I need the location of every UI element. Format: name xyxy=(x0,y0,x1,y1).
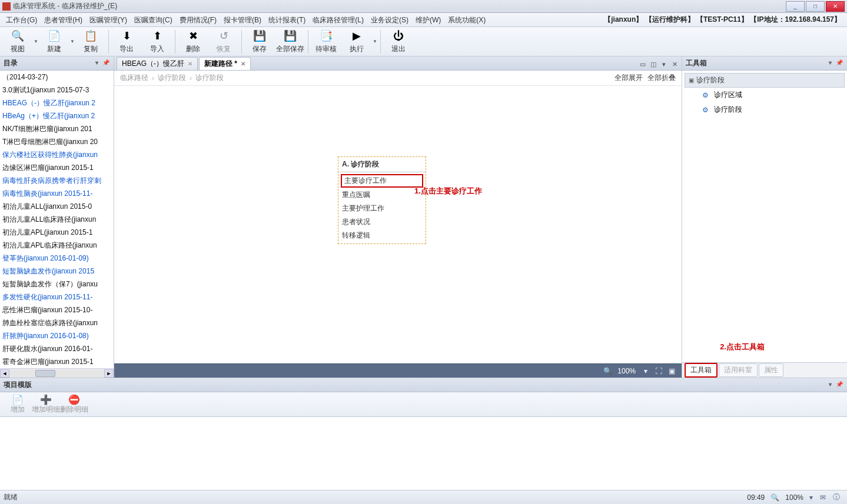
toolbar-保存-button[interactable]: 💾保存 xyxy=(245,28,274,55)
close-icon[interactable]: ✕ xyxy=(241,61,245,67)
menu-item[interactable]: 报卡管理(B) xyxy=(220,13,265,27)
tab-split-icon[interactable]: ◫ xyxy=(649,61,658,70)
directory-item[interactable]: 边缘区淋巴瘤(jianxun 2015-1 xyxy=(0,161,114,174)
toolbox-dropdown-icon[interactable]: ▾ xyxy=(826,59,834,68)
collapse-all-button[interactable]: 全部折叠 xyxy=(647,73,676,83)
toolbar-执行-button[interactable]: ▶执行 xyxy=(343,28,371,55)
toolbox-section[interactable]: 诊疗阶段 xyxy=(685,73,845,88)
tab-dropdown-icon[interactable]: ▾ xyxy=(659,61,669,70)
directory-item[interactable]: 短暂脑缺血发作(jianxun 2015 xyxy=(0,265,114,278)
menu-item[interactable]: 维护(W) xyxy=(412,13,444,27)
menu-item[interactable]: 系统功能(X) xyxy=(444,13,489,27)
toolbox-item[interactable]: ⚙诊疗阶段 xyxy=(685,102,845,117)
stage-item[interactable]: 主要诊疗工作 xyxy=(341,174,423,188)
directory-item[interactable]: 病毒性肝炎病原携带者行肝穿刺 xyxy=(0,174,114,187)
chevron-down-icon[interactable]: ▼ xyxy=(33,28,39,55)
template-删除明细-button[interactable]: ⛔删除明细 xyxy=(60,394,88,415)
toolbox-item[interactable]: ⚙诊疗区域 xyxy=(685,88,845,102)
document-tab[interactable]: HBEAG（-）慢乙肝✕ xyxy=(117,57,198,70)
toolbar-退出-button[interactable]: ⏻退出 xyxy=(384,28,413,55)
toolbar-待审核-button[interactable]: 📑待审核 xyxy=(312,28,340,55)
directory-item[interactable]: 病毒性脑炎(jianxun 2015-11- xyxy=(0,187,114,200)
toolbar-删除-button[interactable]: ✖删除 xyxy=(179,28,207,55)
directory-item[interactable]: 登革热(jianxun 2016-01-09) xyxy=(0,252,114,265)
toolbar-复制-button[interactable]: 📋复制 xyxy=(77,28,105,55)
directory-item[interactable]: 肝硬化腹水(jianxun 2016-01- xyxy=(0,342,114,355)
menu-item[interactable]: 统计报表(T) xyxy=(265,13,309,27)
fit-page-icon[interactable]: ▣ xyxy=(666,367,677,375)
crumb-1[interactable]: 诊疗阶段 xyxy=(158,73,186,83)
close-icon[interactable]: ✕ xyxy=(188,61,192,67)
directory-item[interactable]: （2014-03-27) xyxy=(0,71,114,84)
scroll-right-arrow[interactable]: ► xyxy=(104,369,114,378)
stage-item[interactable]: 转移逻辑 xyxy=(338,229,426,242)
horizontal-scrollbar[interactable]: ◄ ► xyxy=(0,368,114,378)
close-button[interactable]: ✕ xyxy=(826,1,845,12)
directory-item[interactable]: 肝脓肿(jianxun 2016-01-08) xyxy=(0,329,114,342)
menu-item[interactable]: 临床路径管理(L) xyxy=(309,13,367,27)
template-增加-button[interactable]: 📄增加 xyxy=(4,394,32,415)
toolbox-panel: 工具箱 ▾ 📌 诊疗阶段 ⚙诊疗区域⚙诊疗阶段 工具箱适用科室属性 2.点击工具… xyxy=(682,56,847,378)
stage-item[interactable]: 重点医嘱 xyxy=(338,188,426,202)
expand-all-button[interactable]: 全部展开 xyxy=(615,73,643,83)
directory-item[interactable]: 恶性淋巴瘤(jianxun 2015-10- xyxy=(0,303,114,316)
directory-item[interactable]: NK/T细胞淋巴瘤(jianxun 201 xyxy=(0,122,114,135)
toolbox-tab-工具箱[interactable]: 工具箱 xyxy=(685,363,718,378)
panel-pin-icon[interactable]: 📌 xyxy=(102,59,110,68)
menu-item[interactable]: 患者管理(H) xyxy=(41,13,86,27)
mail-icon[interactable]: ✉ xyxy=(820,493,826,502)
menu-item[interactable]: 业务设定(S) xyxy=(367,13,412,27)
toolbar-导出-button[interactable]: ⬇导出 xyxy=(112,28,141,55)
directory-item[interactable]: T淋巴母细胞淋巴瘤(jianxun 20 xyxy=(0,135,114,148)
toolbar-视图-button[interactable]: 🔍视图 xyxy=(4,28,32,55)
zoom-dropdown-icon[interactable]: ▾ xyxy=(809,493,813,502)
directory-item[interactable]: 初治儿童ALL(jianxun 2015-0 xyxy=(0,200,114,213)
退出-icon: ⏻ xyxy=(391,29,406,43)
menu-item[interactable]: 医嘱查询(C) xyxy=(131,13,176,27)
scroll-left-arrow[interactable]: ◄ xyxy=(0,369,9,378)
info-icon[interactable]: ⓘ xyxy=(833,492,840,502)
scroll-thumb[interactable] xyxy=(35,370,55,377)
chevron-down-icon[interactable]: ▼ xyxy=(372,28,378,55)
maximize-button[interactable]: □ xyxy=(806,1,825,12)
fit-width-icon[interactable]: ⛶ xyxy=(653,367,664,375)
editor-canvas[interactable]: A. 诊疗阶段 主要诊疗工作重点医嘱主要护理工作患者状况转移逻辑 1.点击主要诊… xyxy=(114,86,682,363)
directory-item[interactable]: 保六楼社区获得性肺炎(jianxun xyxy=(0,148,114,161)
directory-item[interactable]: 肺血栓栓塞症临床路径(jianxun xyxy=(0,316,114,329)
toolbox-pin-icon[interactable]: 📌 xyxy=(835,59,843,68)
menu-item[interactable]: 医嘱管理(Y) xyxy=(86,13,131,27)
directory-item[interactable]: 初治儿童APL临床路径(jianxun xyxy=(0,239,114,252)
directory-item[interactable]: 初治儿童ALL临床路径(jianxun xyxy=(0,213,114,226)
crumb-0[interactable]: 临床路径 xyxy=(120,73,148,83)
directory-list[interactable]: （2014-03-27)3.0测试1(jianxun 2015-07-3HBEA… xyxy=(0,71,114,368)
menu-item[interactable]: 费用情况(F) xyxy=(176,13,220,27)
template-增加明细-button[interactable]: ➕增加明细 xyxy=(32,394,60,415)
crumb-2[interactable]: 诊疗阶段 xyxy=(195,73,224,83)
tab-close-icon[interactable]: ✕ xyxy=(670,61,679,70)
panel-dropdown-icon[interactable]: ▾ xyxy=(92,59,101,68)
toolbar-新建-button[interactable]: 📄新建 xyxy=(40,28,68,55)
search-icon[interactable]: 🔍 xyxy=(602,367,613,375)
template-dropdown-icon[interactable]: ▾ xyxy=(826,381,834,389)
toolbar-导入-button[interactable]: ⬆导入 xyxy=(143,28,171,55)
directory-item[interactable]: 3.0测试1(jianxun 2015-07-3 xyxy=(0,84,114,96)
zoom-dropdown-icon[interactable]: ▾ xyxy=(640,367,651,375)
stage-item[interactable]: 主要护理工作 xyxy=(338,202,426,215)
toolbar-全部保存-button[interactable]: 💾全部保存 xyxy=(276,28,304,55)
stage-node[interactable]: A. 诊疗阶段 主要诊疗工作重点医嘱主要护理工作患者状况转移逻辑 xyxy=(338,156,426,244)
directory-item[interactable]: 短暂脑缺血发作（保7）(jianxu xyxy=(0,278,114,291)
directory-item[interactable]: 初治儿童APL(jianxun 2015-1 xyxy=(0,226,114,239)
directory-item[interactable]: 霍奇金淋巴瘤(jianxun 2015-1 xyxy=(0,355,114,368)
directory-item[interactable]: HBeAg（+）慢乙肝(jianxun 2 xyxy=(0,109,114,122)
stage-item[interactable]: 患者状况 xyxy=(338,215,426,229)
menu-item[interactable]: 工作台(G) xyxy=(2,13,41,27)
directory-item[interactable]: HBEAG（-）慢乙肝(jianxun 2 xyxy=(0,96,114,109)
chevron-down-icon[interactable]: ▼ xyxy=(69,28,75,55)
template-pin-icon[interactable]: 📌 xyxy=(835,381,843,389)
directory-item[interactable]: 多发性硬化(jianxun 2015-11- xyxy=(0,291,114,303)
document-tab[interactable]: 新建路径 *✕ xyxy=(199,57,251,70)
zoom-out-icon[interactable]: 🔍 xyxy=(770,493,779,502)
directory-panel: 目录 ▾ 📌 （2014-03-27)3.0测试1(jianxun 2015-0… xyxy=(0,56,114,378)
minimize-button[interactable]: _ xyxy=(786,1,805,12)
tab-layout-icon[interactable]: ▭ xyxy=(638,61,647,70)
